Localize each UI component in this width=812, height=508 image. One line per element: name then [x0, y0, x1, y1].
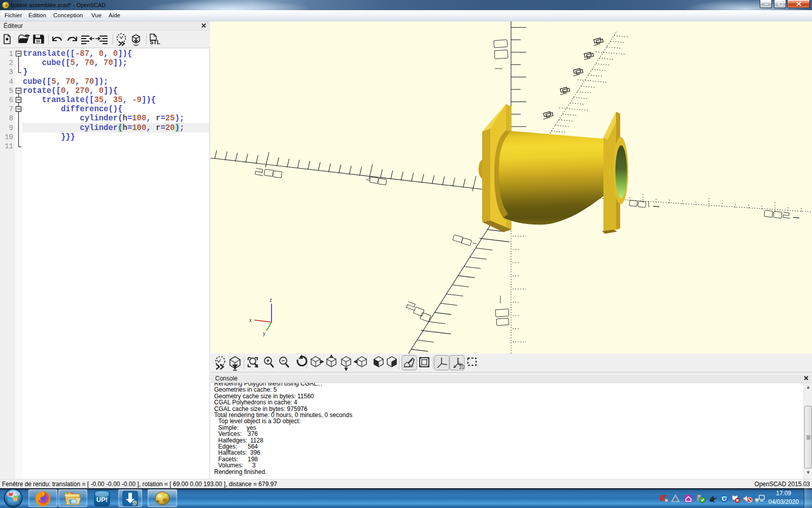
svg-text:UP!: UP! — [96, 496, 108, 503]
svg-text:z: z — [269, 297, 272, 303]
svg-text:x: x — [249, 318, 252, 323]
svg-text:y: y — [263, 331, 265, 336]
svg-text:STL: STL — [150, 39, 160, 45]
svg-text:10: 10 — [459, 364, 465, 370]
